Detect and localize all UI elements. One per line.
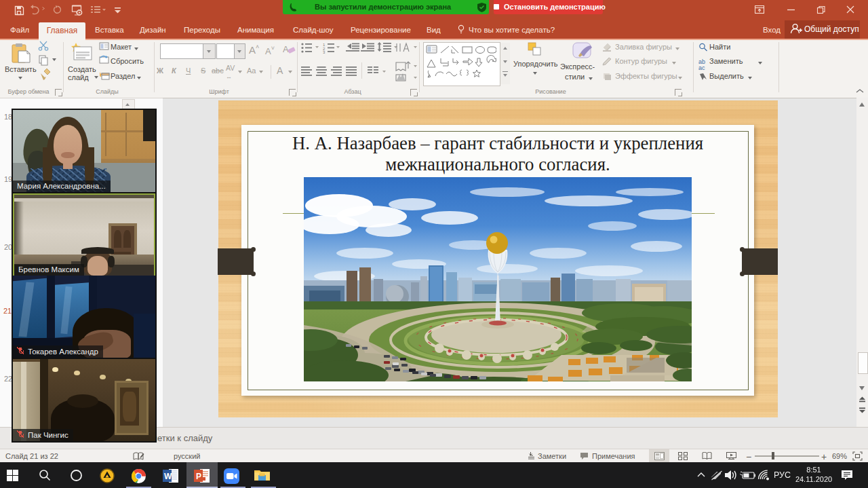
svg-text:ac: ac [698, 64, 705, 71]
svg-text:P: P [196, 472, 201, 481]
svg-text:3: 3 [323, 50, 326, 54]
svg-text:A: A [283, 44, 289, 54]
svg-text:W: W [164, 472, 172, 481]
